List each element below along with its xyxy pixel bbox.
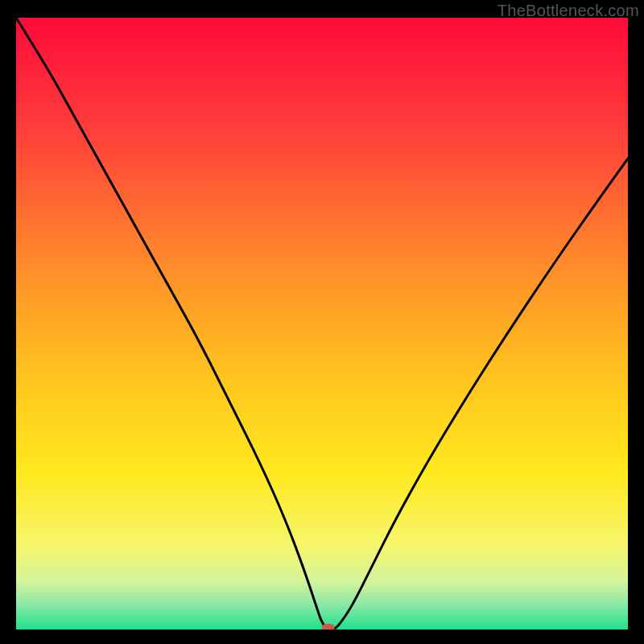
optimal-point-marker bbox=[322, 624, 335, 630]
chart-area bbox=[16, 18, 628, 630]
watermark-text: TheBottleneck.com bbox=[497, 2, 639, 20]
app-frame: TheBottleneck.com bbox=[0, 0, 644, 644]
bottleneck-chart bbox=[16, 18, 628, 630]
chart-background bbox=[16, 18, 628, 630]
